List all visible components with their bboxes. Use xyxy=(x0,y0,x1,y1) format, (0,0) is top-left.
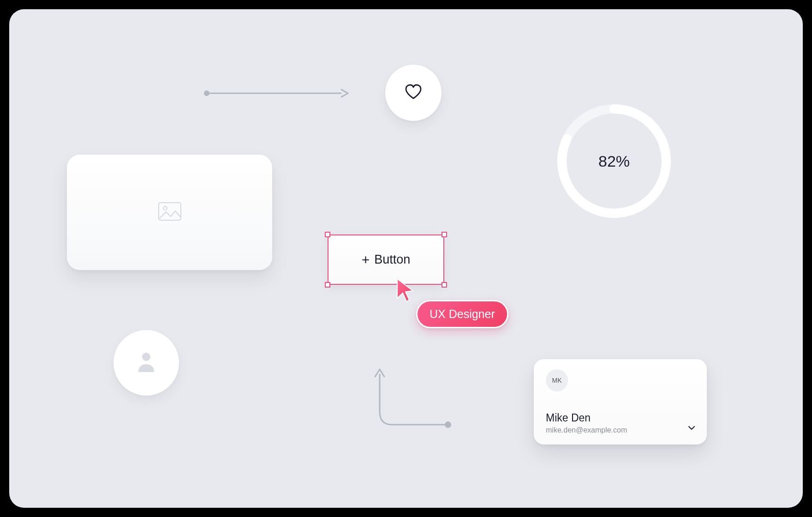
svg-point-7 xyxy=(445,421,451,428)
progress-ring: 82% xyxy=(554,101,675,222)
collaborator-label: UX Designer xyxy=(416,300,508,328)
avatar-placeholder[interactable] xyxy=(113,330,179,396)
arrow-right-connector xyxy=(203,86,351,100)
user-card[interactable]: MK Mike Den mike.den@example.com xyxy=(534,359,707,445)
resize-handle-br[interactable] xyxy=(442,282,447,288)
plus-icon: + xyxy=(362,253,370,267)
image-icon xyxy=(158,202,182,223)
image-placeholder-card[interactable] xyxy=(67,155,272,270)
svg-point-1 xyxy=(163,206,167,210)
progress-value: 82% xyxy=(598,152,630,170)
resize-handle-tl[interactable] xyxy=(325,232,330,237)
selection-box[interactable]: + Button xyxy=(328,234,444,285)
svg-rect-0 xyxy=(159,203,181,220)
svg-point-2 xyxy=(204,90,209,96)
user-avatar: MK xyxy=(546,369,568,391)
button-label: Button xyxy=(374,252,410,267)
resize-handle-tr[interactable] xyxy=(442,232,447,237)
user-name: Mike Den xyxy=(546,412,627,424)
user-email: mike.den@example.com xyxy=(546,426,627,434)
expand-button[interactable] xyxy=(688,423,695,432)
favorite-button[interactable] xyxy=(385,65,442,121)
add-button[interactable]: + Button xyxy=(328,234,444,285)
design-canvas: 82% + Button UX Designer xyxy=(9,9,803,508)
arrow-curved-connector xyxy=(367,366,454,430)
svg-point-6 xyxy=(142,353,150,361)
person-icon xyxy=(137,351,156,375)
heart-icon xyxy=(405,84,422,102)
resize-handle-bl[interactable] xyxy=(325,282,330,288)
collaborator-cursor xyxy=(395,278,416,303)
chevron-down-icon xyxy=(688,423,695,431)
